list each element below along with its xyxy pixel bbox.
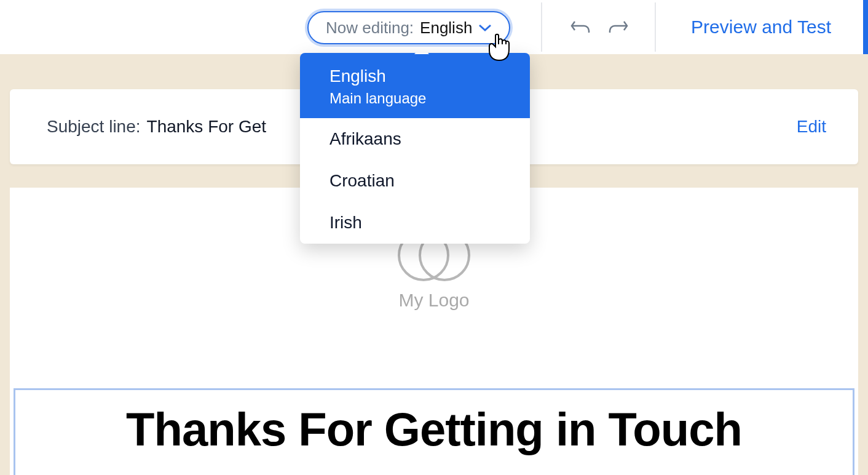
edit-subject-button[interactable]: Edit	[797, 117, 826, 137]
redo-icon	[607, 19, 628, 35]
language-option-sublabel: Main language	[329, 90, 500, 107]
subject-line-text: Subject line: Thanks For Get	[47, 117, 266, 137]
toolbar-divider	[541, 2, 542, 52]
language-option-afrikaans[interactable]: Afrikaans	[300, 118, 530, 160]
language-option-croatian[interactable]: Croatian	[300, 160, 530, 202]
language-option-label: English	[329, 66, 386, 86]
top-toolbar: Now editing: English Preview and Test	[0, 0, 868, 54]
headline-block[interactable]: Thanks For Getting in Touch	[14, 388, 854, 475]
preview-and-test-button[interactable]: Preview and Test	[691, 0, 831, 54]
undo-redo-group	[549, 0, 650, 54]
language-option-irish[interactable]: Irish	[300, 202, 530, 244]
dropdown-caret-icon	[414, 53, 429, 54]
subject-line-label: Subject line:	[47, 117, 141, 137]
toolbar-right-accent	[863, 0, 868, 54]
headline-text: Thanks For Getting in Touch	[30, 402, 838, 456]
undo-button[interactable]	[567, 14, 594, 41]
subject-line-value: Thanks For Get	[147, 117, 267, 137]
language-selector-prefix: Now editing:	[326, 18, 414, 38]
language-selector-current: English	[420, 18, 472, 38]
redo-button[interactable]	[604, 14, 631, 41]
language-selector-wrap: Now editing: English	[307, 11, 510, 44]
language-option-label: Irish	[329, 213, 362, 232]
language-option-label: Croatian	[329, 171, 395, 190]
logo-label: My Logo	[398, 290, 469, 311]
language-option-label: Afrikaans	[329, 129, 401, 148]
chevron-down-icon	[478, 21, 492, 34]
language-dropdown: English Main language Afrikaans Croatian…	[300, 53, 530, 244]
language-option-english[interactable]: English Main language	[300, 53, 530, 118]
toolbar-divider	[655, 2, 656, 52]
language-selector[interactable]: Now editing: English	[307, 11, 510, 44]
undo-icon	[570, 19, 591, 35]
